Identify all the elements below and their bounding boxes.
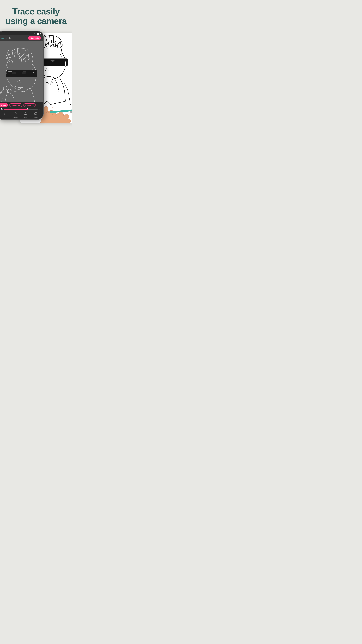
phone-mockup: ▼▲ ▌▌ ▮ Reset ↺ ↻ Complete [0,31,43,120]
splash-icon [14,112,17,116]
status-bar: ▼▲ ▌▌ ▮ [0,31,43,35]
filter-original[interactable]: Original [0,104,8,107]
visual-area: ▼▲ ▌▌ ▮ Reset ↺ ↻ Complete [0,29,72,126]
nav-row: Camera Splash [0,112,41,118]
reset-button[interactable]: Reset [0,37,4,39]
opacity-row: y 85% [0,108,41,110]
opacity-thumb[interactable] [27,108,28,110]
explore-icon [34,112,37,116]
filter-row: Original Monochrome Transparent [0,104,41,107]
filter-transparent[interactable]: Transparent [23,104,36,107]
lock-label: Lock [24,116,27,118]
opacity-fill [3,109,27,110]
phone-anime-svg [0,41,43,102]
svg-point-9 [11,72,16,74]
opacity-value: 85% [39,108,41,110]
redo-icon[interactable]: ↻ [9,37,11,40]
phone-screen: ▼▲ ▌▌ ▮ Reset ↺ ↻ Complete [0,31,43,119]
nav-item-explore[interactable]: Explore [33,112,38,118]
headline: Trace easily using a camera [5,7,67,26]
nav-item-camera[interactable]: Camera [2,112,7,118]
filter-monochrome[interactable]: Monochrome [9,104,22,107]
complete-button[interactable]: Complete [28,36,41,40]
svg-rect-8 [5,70,37,77]
splash-label: Splash [13,116,17,118]
svg-point-10 [22,72,26,74]
battery-icon: ▮ [40,33,41,34]
svg-point-12 [4,114,5,115]
nav-item-lock[interactable]: Lock [24,112,27,118]
toolbar-left: Reset ↺ ↻ [0,37,11,40]
opacity-icon [0,108,2,110]
headline-line1: Trace easily [12,6,60,16]
explore-label: Explore [33,116,38,118]
phone-bottom: Original Monochrome Transparent y 85% [0,102,43,119]
svg-rect-6 [70,111,72,113]
signal-bars: ▌▌ [37,33,39,34]
nav-item-splash[interactable]: Splash [13,112,17,118]
page-wrapper: Trace easily using a camera [0,0,72,136]
wifi-icon: ▼▲ [33,33,36,34]
status-icons: ▼▲ ▌▌ ▮ [33,33,41,34]
camera-label: Camera [2,116,7,118]
headline-line2: using a camera [5,16,67,26]
svg-rect-11 [3,113,6,115]
opacity-slider[interactable] [3,109,38,110]
phone-image-area [0,41,43,102]
camera-icon [3,112,6,116]
svg-point-14 [25,114,26,115]
undo-icon[interactable]: ↺ [5,37,7,40]
bottom-section [0,126,72,136]
header: Trace easily using a camera [0,0,72,29]
phone-toolbar: Reset ↺ ↻ Complete [0,35,43,41]
lock-icon [24,112,27,116]
